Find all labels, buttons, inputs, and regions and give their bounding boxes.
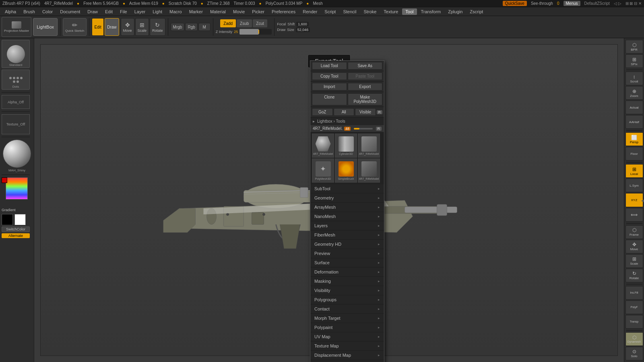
menu-color[interactable]: Color bbox=[39, 8, 56, 15]
rotate-button[interactable]: ↻ Rotate bbox=[150, 18, 165, 36]
menu-normal-map[interactable]: Normal Map ▸ bbox=[310, 360, 384, 362]
menu-morph-target[interactable]: Morph Target ▸ bbox=[310, 314, 384, 323]
thumb-rifle-model[interactable]: 4R7_RifleModel bbox=[312, 134, 334, 158]
menu-document[interactable]: Document bbox=[57, 8, 83, 15]
black-swatch[interactable] bbox=[2, 214, 13, 225]
menu-surface[interactable]: Surface ▸ bbox=[310, 258, 384, 267]
menu-preview[interactable]: Preview ▸ bbox=[310, 249, 384, 258]
model-scroll-bar[interactable] bbox=[354, 128, 373, 130]
menu-displacement-map[interactable]: Displacement Map ▸ bbox=[310, 351, 384, 360]
icon-btns[interactable]: ⊞ ⊠ ⊟ ✕ bbox=[625, 1, 642, 6]
thumb-cylinder3d[interactable]: Cylinder3D bbox=[335, 134, 357, 158]
menu-transform[interactable]: Transform bbox=[418, 8, 444, 15]
rp-zoom-button[interactable]: ⊕ Zoom bbox=[625, 86, 643, 100]
standard-brush-thumbnail[interactable]: Standard bbox=[2, 40, 30, 68]
menu-geometry[interactable]: Geometry ▸ bbox=[310, 193, 384, 203]
mah-shiny-thumbnail[interactable] bbox=[3, 140, 31, 168]
focal-value[interactable]: 1,600 bbox=[296, 22, 309, 27]
menu-contact[interactable]: Contact ▸ bbox=[310, 304, 384, 314]
alpha-off-thumbnail[interactable]: Alpha_Off bbox=[2, 95, 30, 109]
rp-spix-button[interactable]: ⊞ SPix bbox=[625, 54, 643, 68]
menu-uv-map[interactable]: UV Map ▸ bbox=[310, 332, 384, 341]
dots-brush-thumbnail[interactable]: Dots bbox=[2, 70, 30, 90]
menu-alpha[interactable]: Alpha bbox=[2, 8, 19, 15]
menu-zplugin[interactable]: Zplugin bbox=[445, 8, 466, 15]
rp-frame-button[interactable]: ⬡ Frame bbox=[625, 225, 643, 239]
projection-master-button[interactable]: Projection Master bbox=[2, 17, 31, 37]
expand-arrow[interactable]: ◂ bbox=[641, 197, 644, 204]
rp-solo-button[interactable]: ⊙ Solo bbox=[625, 347, 643, 360]
move-button[interactable]: ✥ Move bbox=[121, 18, 134, 36]
menu-material[interactable]: Material bbox=[207, 8, 229, 15]
menu-nanomesh[interactable]: NanoMesh ▸ bbox=[310, 212, 384, 221]
save-as-button[interactable]: Save As bbox=[348, 62, 383, 70]
menu-zscript[interactable]: Zscript bbox=[466, 8, 486, 15]
menu-stroke[interactable]: Stroke bbox=[360, 8, 380, 15]
menu-brush[interactable]: Brush bbox=[20, 8, 38, 15]
zsub-button[interactable]: Zsub bbox=[237, 19, 252, 27]
copy-tool-button[interactable]: Copy Tool bbox=[312, 72, 347, 80]
visible-button[interactable]: Visible bbox=[355, 108, 376, 116]
paste-tool-button[interactable]: Paste Tool bbox=[348, 72, 383, 80]
menu-texture-map[interactable]: Texture Map ▸ bbox=[310, 341, 384, 351]
rp-local-button[interactable]: ⊞ Local bbox=[625, 164, 643, 178]
white-swatch[interactable] bbox=[14, 214, 26, 225]
scale-button[interactable]: ⊞ Scale bbox=[135, 18, 149, 36]
lightbox-tools-label[interactable]: Lightbox › Tools bbox=[317, 119, 345, 123]
rp-transp-button[interactable]: Transp bbox=[625, 315, 643, 329]
switch-color-button[interactable]: SwitchColor bbox=[2, 226, 30, 232]
rp-sym-button[interactable]: ⟺ bbox=[625, 208, 643, 222]
rp-floor-button[interactable]: Floor bbox=[625, 147, 643, 160]
zadd-button[interactable]: Zadd bbox=[220, 19, 236, 27]
alternate-button[interactable]: Alternate bbox=[2, 233, 30, 238]
rp-lsym-button[interactable]: L.Sym bbox=[625, 179, 643, 192]
menu-arraymesh[interactable]: ArrayMesh ▸ bbox=[310, 203, 384, 212]
menu-movie[interactable]: Movie bbox=[230, 8, 248, 15]
export-button[interactable]: Export bbox=[348, 83, 383, 90]
clone-button[interactable]: Clone bbox=[312, 93, 347, 105]
menu-masking[interactable]: Masking ▸ bbox=[310, 277, 384, 286]
menu-layer[interactable]: Layer bbox=[131, 8, 149, 15]
menu-edit[interactable]: Edit bbox=[102, 8, 116, 15]
rp-scale-button[interactable]: ⊞ Scale bbox=[625, 254, 643, 268]
menu-draw[interactable]: Draw bbox=[84, 8, 101, 15]
menu-fibermesh[interactable]: FiberMesh ▸ bbox=[310, 230, 384, 240]
menu-deformation[interactable]: Deformation ▸ bbox=[310, 267, 384, 277]
draw-size-value[interactable]: 52,046 bbox=[296, 27, 310, 32]
menu-file[interactable]: File bbox=[117, 8, 130, 15]
nav-arrows[interactable]: ◁ ▷ bbox=[614, 1, 621, 6]
rp-polyf-button[interactable]: PolyF bbox=[625, 300, 643, 314]
menu-marker[interactable]: Marker bbox=[186, 8, 206, 15]
draw-button[interactable]: Draw bbox=[105, 18, 119, 36]
make-polymesh-button[interactable]: Make PolyMesh3D bbox=[348, 93, 383, 105]
rp-persp-button[interactable]: ⬜ Persp bbox=[625, 132, 643, 146]
model-r-button[interactable]: R bbox=[376, 127, 382, 131]
menu-render[interactable]: Render bbox=[299, 8, 320, 15]
thumb-polymesh3d[interactable]: ✦ PolyMesh3D bbox=[312, 158, 334, 183]
goz-button[interactable]: GoZ bbox=[312, 108, 333, 116]
menu-picker[interactable]: Picker bbox=[249, 8, 268, 15]
menu-preferences[interactable]: Preferences bbox=[268, 8, 299, 15]
color-gradient-display[interactable] bbox=[6, 177, 28, 200]
mrgb-button[interactable]: Mrgb bbox=[171, 23, 185, 31]
foreground-color[interactable] bbox=[2, 177, 7, 183]
rp-dynamesh-button[interactable]: ⬡ Dynamesh bbox=[625, 332, 643, 346]
zcut-button[interactable]: Zcut bbox=[253, 19, 267, 27]
z-intensity-slider[interactable] bbox=[239, 29, 272, 35]
texture-off-thumbnail[interactable]: Texture_Off bbox=[2, 114, 30, 134]
menu-polygroups[interactable]: Polygroups ▸ bbox=[310, 295, 384, 304]
rp-move-button[interactable]: ✥ Move bbox=[625, 240, 643, 253]
menu-macro[interactable]: Macro bbox=[166, 8, 185, 15]
all-button[interactable]: All bbox=[334, 108, 355, 116]
menu-light[interactable]: Light bbox=[149, 8, 165, 15]
menu-layers[interactable]: Layers ▸ bbox=[310, 221, 384, 230]
rp-actual-button[interactable]: Actual bbox=[625, 101, 643, 114]
edit-button[interactable]: Edit bbox=[92, 18, 104, 36]
quick-save-button[interactable]: QuickSave bbox=[503, 1, 527, 6]
thumb-rifle-model-2[interactable]: 4R7_RifleModel bbox=[358, 134, 380, 158]
rp-aahalf-button[interactable]: AAHalf bbox=[625, 115, 643, 129]
m-button[interactable]: M bbox=[198, 23, 211, 31]
rgb-button[interactable]: Rgb bbox=[185, 23, 197, 31]
color-picker[interactable] bbox=[2, 177, 30, 206]
lightbox-button[interactable]: LightBox bbox=[33, 18, 58, 36]
